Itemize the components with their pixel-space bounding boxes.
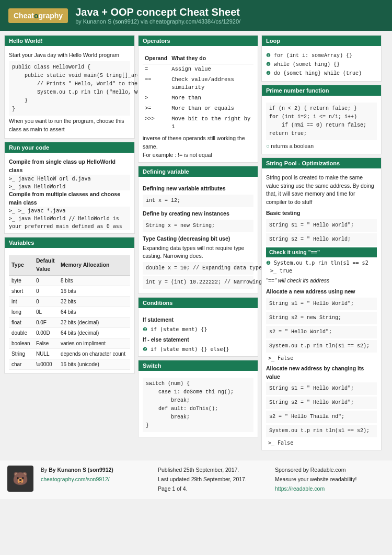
table-row: >More than [143,93,253,104]
string-pool-code4b: String s2 = " Hello World"; [266,397,377,409]
operators-section: Operators Operand What they do =Assign v… [138,35,258,163]
string-pool-desc: String pool is created to make the same … [266,174,377,207]
footer-sponsor-link[interactable]: https://readable.com [275,485,325,492]
def-var-code3a: double x = 10; // Expanding data types [143,262,253,275]
footer-author: By By Kunanon S (son9912) [41,466,151,475]
loop-content: ❷ for (int i: someArray) {}❷ while (some… [262,48,381,81]
table-row: =Assign value [143,64,253,74]
string-pool-code4c: s2 = " Hello Thaila nd"; [266,411,377,423]
string-pool-sub2: "==" will check its address [266,277,377,285]
footer-author-col: By By Kunanon S (son9912) cheatography.c… [41,466,151,484]
string-pool-code3a: String s1 = " Hello World"; [266,298,377,310]
var-col-type: Type [9,255,33,275]
run-code-header: Run your code [5,142,134,153]
table-row: int032 bits [9,296,130,307]
table-row: long0L64 bits [9,307,130,317]
string-pool-code4d: System.ou t.p rin tln(s1 == s2); [266,425,377,437]
hello-world-code: public class HelloWorld { public static … [9,61,130,116]
page-header: Cheatography Java + OOP concept Cheat Sh… [0,0,392,31]
string-pool-code4a: String s1 = " Hello World"; [266,382,377,395]
loop-header: Loop [262,36,381,46]
string-pool-sub3: Allocate a new address using new [266,288,377,296]
string-pool-code3d: System.ou t.p rin tln(s1 == s2); [266,340,377,353]
column-3: Loop ❷ for (int i: someArray) {}❷ while … [261,35,382,454]
page-title: Java + OOP concept Cheat Sheet [75,6,240,18]
hello-world-intro: Start your Java day with Hello World pro… [9,51,130,60]
table-row: double0.00D64 bits (decimal) [9,327,130,338]
table-row: >>>Move bit to the right by 1 [143,114,253,133]
switch-header: Switch [139,360,258,371]
def-var-code3b: int y = (int) 10.222222; // Narrowing da… [143,276,253,289]
variables-table: Type DefaultValue Memory Allocation byte… [9,255,130,370]
defining-variable-section: Defining variable Defining new variable … [138,166,258,294]
string-pool-code1a: String s1 = " Hello World"; [266,219,377,232]
switch-code: switch (num) { case 1: doSome thi ng(); … [143,378,253,432]
column-2: Operators Operand What they do =Assign v… [138,35,258,454]
string-pool-header: String Pool - Optimizations [262,158,381,168]
string-pool-content: String pool is created to make the same … [262,171,381,450]
operators-content: Operand What they do =Assign value==Chec… [139,48,258,162]
var-col-default: DefaultValue [33,255,58,275]
logo: Cheatography [8,8,68,23]
conditions-sub1: If statement [143,316,253,324]
string-pool-code3c: s2 = " Hello World"; [266,326,377,338]
def-var-code2: String x = new String; [143,220,253,232]
var-col-memory: Memory Allocation [58,255,130,275]
table-row: >=More than or equals [143,104,253,114]
footer-sponsor-desc: Measure your website readability! [275,475,385,484]
def-var-desc3: Expanding data types will not require ty… [143,244,253,261]
variables-content: Type DefaultValue Memory Allocation byte… [5,250,134,373]
string-pool-code3b: String s2 = new String; [266,312,377,324]
string-pool-code3e: >_ False [268,354,377,362]
page-subtitle: by Kunanon S (son9912) via cheatography.… [75,18,240,25]
op-col-operand: Operand [143,53,169,64]
switch-section: Switch switch (num) { case 1: doSome thi… [138,360,258,437]
conditions-content: If statement ❷ if (state ment) {} If - e… [139,310,258,356]
footer-sponsor-col: Sponsored by Readable.com Measure your w… [275,466,385,494]
check-it-header: Check it using "==" [266,247,377,258]
defining-variable-content: Defining new variable attributes int x =… [139,179,258,293]
footer-avatar: 🐻 [7,466,33,492]
string-pool-sub4: Allocate new address by changing its val… [266,365,377,381]
hello-world-note: When you want to run the program, choose… [9,117,130,134]
prime-header: Prime number function [262,85,381,96]
op-col-what: What they do [169,53,253,64]
operators-table: Operand What they do =Assign value==Chec… [143,53,253,132]
hello-world-content: Start your Java day with Hello World pro… [5,48,134,138]
conditions-code1: ❷ if (state ment) {} [143,325,253,333]
conditions-code2: ❷ if (state ment) {} else{} [143,345,253,353]
variables-header: Variables [5,237,134,248]
def-var-sub2: Define by creating new instances [143,210,253,218]
table-row: ==Check value/address similarity [143,75,253,94]
hello-world-header: Hello World! [5,36,134,46]
compile-single-label: Compile from single class up HelloWorld … [9,158,130,175]
table-row: booleanFalsevaries on impliment [9,338,130,348]
table-row: byte08 bits [9,275,130,286]
run-code-content: Compile from single class up HelloWorld … [5,155,134,233]
loop-item: ❷ for (int i: someArray) {} [266,51,377,60]
footer-published: Published 25th September, 2017. [158,466,268,475]
conditions-sub2: If - else statement [143,336,253,344]
prime-note: ○ returns a boolean [266,142,377,151]
def-var-sub1: Defining new variable attributes [143,185,253,193]
loop-item: ❷ do {somet hing} while (true) [266,69,377,78]
table-row: float0.0F32 bits (decimal) [9,317,130,327]
header-text: Java + OOP concept Cheat Sheet by Kunano… [75,6,240,25]
table-row: StringNULLdepends on character count [9,348,130,359]
def-var-code1: int x = 12; [143,195,253,207]
prime-section: Prime number function if (n < 2) { retur… [261,85,382,154]
footer-author-link[interactable]: cheatography.com/son9912/ [41,476,110,482]
loop-section: Loop ❷ for (int i: someArray) {}❷ while … [261,35,382,82]
main-content: Hello World! Start your Java day with He… [0,31,392,458]
cmd4: >_ java HelloWorld // HelloWorld is your… [9,214,130,230]
string-pool-code2b: >_ true [270,267,377,275]
def-var-sub3: Type Casting (decreasing bit use) [143,235,253,243]
prime-content: if (n < 2) { return false; } for (int i=… [262,98,381,154]
string-pool-code2: ❷ System.ou t.p rin tln(s1 == s2 [266,259,377,267]
string-pool-code1b: String s2 = " Hello World; [266,233,377,246]
footer-updated: Last updated 29th September, 2017. [158,475,268,484]
defining-variable-header: Defining variable [139,166,258,177]
table-row: char\u000016 bits (unicode) [9,359,130,369]
variables-section: Variables Type DefaultValue Memory Alloc… [4,237,135,373]
footer-page: Page 1 of 4. [158,484,268,494]
